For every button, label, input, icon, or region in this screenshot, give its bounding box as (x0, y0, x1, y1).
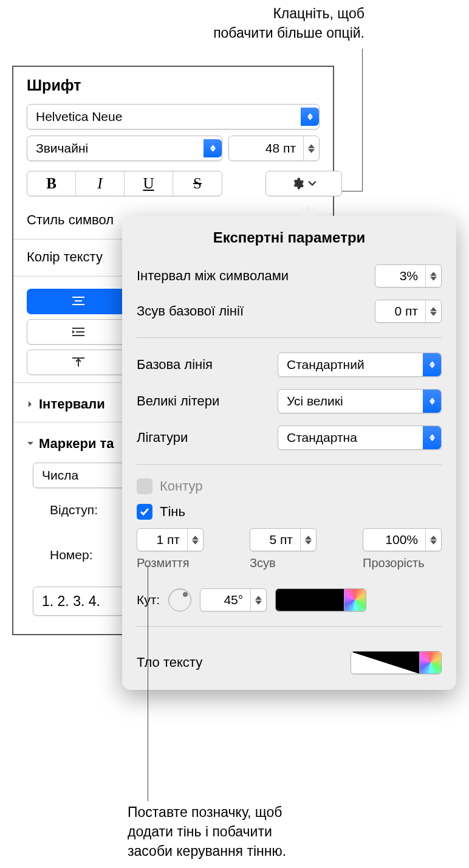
indent-icon (71, 326, 86, 337)
shadow-checkbox[interactable] (137, 504, 152, 520)
shadow-opacity-caption: Прозорість (363, 554, 425, 570)
popover-title: Експертні параметри (137, 229, 442, 258)
shadow-label: Тінь (160, 504, 185, 520)
baseline-popup[interactable]: Стандартний (278, 353, 442, 377)
color-wheel-icon[interactable] (419, 652, 441, 673)
font-size-stepper[interactable] (303, 136, 319, 160)
bullets-label: Маркери та (39, 436, 114, 452)
baseline-shift-value: 0 пт (375, 304, 422, 319)
callout-line-top (362, 49, 363, 191)
angle-dial[interactable] (168, 588, 191, 611)
strikethrough-button[interactable]: S (173, 171, 222, 196)
shadow-blur-caption: Розмиття (137, 554, 190, 570)
popup-arrows-icon (423, 353, 441, 376)
baseline-shift-label: Зсув базової лінії (137, 303, 375, 319)
font-size-value: 48 пт (229, 141, 300, 156)
baseline-value: Стандартний (287, 357, 365, 372)
shadow-opacity-field[interactable]: 100% (363, 528, 442, 551)
font-section-header: Шрифт (13, 67, 333, 102)
popup-arrows-icon (301, 108, 319, 126)
shadow-blur-value: 1 пт (137, 532, 183, 547)
font-family-value: Helvetica Neue (36, 109, 122, 124)
shadow-blur-field[interactable]: 1 пт (137, 528, 204, 551)
font-weight-value: Звичайні (36, 141, 88, 156)
shadow-offset-caption: Зсув (250, 554, 276, 570)
shadow-checkbox-row[interactable]: Тінь (137, 499, 442, 525)
bold-button[interactable]: B (27, 171, 76, 196)
caps-label: Великі літери (137, 393, 278, 409)
chevron-down-icon (308, 177, 317, 190)
indent-label: Відступ: (50, 503, 98, 517)
popup-arrows-icon (423, 390, 441, 413)
baseline-shift-field[interactable]: 0 пт (375, 300, 442, 323)
text-bg-label: Тло тексту (137, 655, 202, 670)
font-weight-popup[interactable]: Звичайні (27, 136, 222, 161)
shadow-opacity-value: 100% (363, 532, 422, 547)
shadow-blur-stepper[interactable] (187, 529, 203, 551)
ligatures-value: Стандартна (287, 430, 357, 445)
gear-icon (291, 177, 304, 190)
callout-line-bottom (148, 565, 148, 801)
angle-field[interactable]: 45° (200, 588, 267, 611)
advanced-options-button[interactable] (265, 171, 342, 196)
char-spacing-label: Інтервал між символами (137, 268, 375, 284)
align-center-button[interactable] (27, 289, 130, 314)
angle-value: 45° (200, 593, 247, 607)
popup-arrows-icon (423, 426, 441, 449)
baseline-shift-stepper[interactable] (425, 300, 441, 322)
ligatures-popup[interactable]: Стандартна (278, 425, 442, 450)
callout-top: Клацніть, щобпобачити більше опцій. (213, 4, 365, 43)
divider (137, 626, 442, 627)
baseline-label: Базова лінія (137, 357, 278, 373)
shadow-opacity-stepper[interactable] (425, 529, 441, 551)
align-center-icon (71, 295, 86, 308)
font-size-field[interactable]: 48 пт (228, 136, 320, 161)
shadow-offset-value: 5 пт (250, 532, 296, 547)
callout-bottom: Поставте позначку, щобдодати тінь і поба… (128, 802, 286, 861)
caps-popup[interactable]: Усі великі (278, 389, 442, 413)
color-swatch-none (351, 652, 419, 673)
vertical-align-top-icon (71, 357, 86, 368)
angle-stepper[interactable] (250, 589, 266, 611)
text-bg-color-button[interactable] (351, 651, 442, 674)
indent-button[interactable] (27, 319, 130, 345)
text-style-group: B I U S (27, 171, 222, 196)
font-family-popup[interactable]: Helvetica Neue (27, 104, 320, 129)
divider (137, 337, 442, 338)
divider (137, 464, 442, 465)
shadow-offset-field[interactable]: 5 пт (250, 528, 317, 551)
char-spacing-field[interactable]: 3% (375, 264, 442, 288)
chevron-down-icon (27, 440, 34, 447)
char-spacing-value: 3% (375, 269, 422, 283)
vertical-align-button[interactable] (27, 350, 130, 375)
callout-bottom-text: Поставте позначку, щобдодати тінь і поба… (128, 804, 286, 859)
popup-arrows-icon (204, 139, 222, 157)
outline-label: Контур (160, 478, 203, 494)
color-wheel-icon[interactable] (344, 589, 366, 611)
underline-button[interactable]: U (125, 171, 173, 196)
angle-label: Кут: (137, 593, 160, 607)
advanced-options-popover: Експертні параметри Інтервал між символа… (122, 216, 456, 690)
shadow-color-button[interactable] (275, 588, 366, 611)
number-label: Номер: (50, 548, 92, 562)
callout-top-text: Клацніть, щобпобачити більше опцій. (213, 5, 365, 41)
ligatures-label: Лігатури (137, 430, 278, 446)
outline-checkbox-row[interactable]: Контур (137, 474, 442, 499)
shadow-offset-stepper[interactable] (300, 529, 316, 551)
list-format-value: 1. 2. 3. 4. (42, 593, 100, 610)
char-spacing-stepper[interactable] (425, 265, 441, 287)
spacing-label: Інтервали (39, 396, 105, 412)
color-swatch-black (276, 589, 344, 611)
list-type-value: Числа (42, 468, 78, 483)
chevron-right-icon (27, 401, 34, 408)
italic-button[interactable]: I (76, 171, 125, 196)
outline-checkbox[interactable] (137, 478, 152, 494)
caps-value: Усі великі (287, 394, 343, 408)
